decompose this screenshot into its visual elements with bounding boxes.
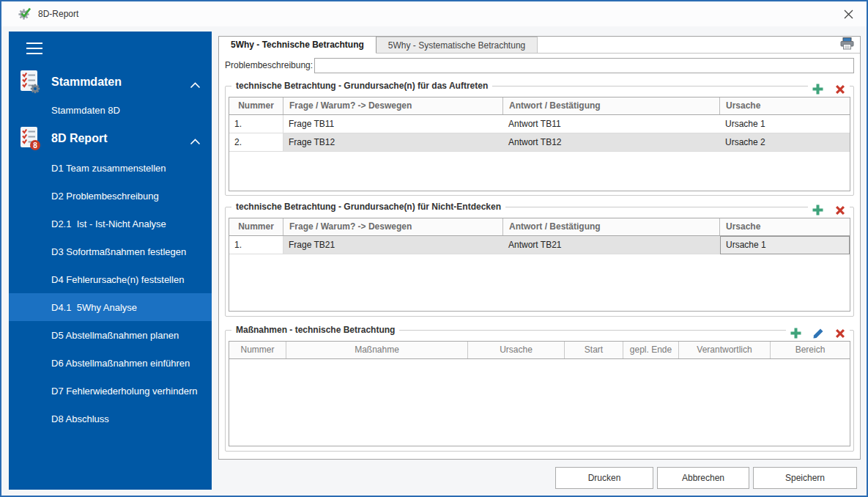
- table-row[interactable]: 2. Frage TB12 Antwort TB12 Ursache 2: [229, 133, 850, 152]
- table-row[interactable]: 1. Frage TB11 Antwort TB11 Ursache 1: [229, 115, 850, 133]
- tab-strip: 5Why - Technische Betrachtung 5Why - Sys…: [219, 37, 860, 54]
- tab-strip-rest: [538, 37, 860, 53]
- main-panel: 5Why - Technische Betrachtung 5Why - Sys…: [218, 36, 861, 460]
- table-header-row: Nummer Maßnahme Ursache Start gepl. Ende…: [229, 342, 850, 359]
- column-header[interactable]: Nummer: [229, 342, 286, 358]
- column-header[interactable]: Ursache: [468, 342, 565, 358]
- problem-description-input[interactable]: [314, 58, 854, 73]
- sidebar-item-d1[interactable]: D1 Team zusammenstellen: [9, 154, 212, 182]
- sidebar: Stammdaten Stammdaten 8D 8: [9, 32, 212, 490]
- sidebar-section-label: Stammdaten: [51, 76, 122, 89]
- sidebar-item-d6[interactable]: D6 Abstellmaßnahmen einführen: [9, 349, 212, 377]
- column-header[interactable]: Frage / Warum? -> Deswegen: [283, 218, 503, 235]
- group-nicht-entdecken-title: technische Betrachtung - Grundursache(n)…: [231, 202, 505, 212]
- column-header[interactable]: Nummer: [229, 97, 283, 114]
- column-header[interactable]: Ursache: [720, 218, 850, 235]
- menu-icon[interactable]: [26, 43, 42, 54]
- problem-description-label: Problembeschreibung:: [225, 60, 314, 70]
- sidebar-item-d4-1-selected[interactable]: D4.1 5Why Analyse: [9, 293, 212, 321]
- table-row[interactable]: 1. Frage TB21 Antwort TB21 Ursache 1: [229, 236, 850, 254]
- table-massnahmen: Nummer Maßnahme Ursache Start gepl. Ende…: [229, 341, 850, 446]
- chevron-up-icon[interactable]: [190, 78, 201, 92]
- table-header-row: Nummer Frage / Warum? -> Deswegen Antwor…: [229, 218, 850, 236]
- column-header[interactable]: Antwort / Bestätigung: [503, 218, 720, 235]
- speichern-button[interactable]: Speichern: [753, 467, 857, 489]
- drucken-button[interactable]: Drucken: [555, 467, 653, 489]
- group-auftreten-title: technische Betrachtung - Grundursache(n)…: [231, 81, 492, 91]
- tab-systematische-betrachtung[interactable]: 5Why - Systematische Betrachtung: [376, 37, 538, 53]
- chevron-up-icon[interactable]: [190, 135, 201, 148]
- group-massnahmen: Maßnahmen - technische Betrachtung Numme…: [225, 330, 854, 452]
- group-massnahmen-title: Maßnahmen - technische Betrachtung: [231, 325, 399, 335]
- button-row: Drucken Abbrechen Speichern: [555, 467, 857, 489]
- sidebar-item-d3[interactable]: D3 Sofortmaßnahmen festlegen: [9, 238, 212, 265]
- column-header[interactable]: Frage / Warum? -> Deswegen: [283, 97, 503, 114]
- delete-row-icon[interactable]: [834, 205, 846, 216]
- column-header[interactable]: Bereich: [771, 342, 850, 358]
- table-nicht-entdecken: Nummer Frage / Warum? -> Deswegen Antwor…: [229, 218, 850, 312]
- title-bar: 8D-Report: [1, 1, 867, 26]
- table-auftreten: Nummer Frage / Warum? -> Deswegen Antwor…: [229, 97, 850, 191]
- add-row-icon[interactable]: [812, 204, 824, 216]
- edit-row-icon[interactable]: [812, 328, 824, 339]
- 8d-report-icon: 8: [18, 126, 42, 151]
- column-header[interactable]: Start: [565, 342, 623, 358]
- tab-content: Problembeschreibung: technische Betracht…: [219, 54, 860, 452]
- window-title: 8D-Report: [38, 9, 78, 19]
- sidebar-item-d7[interactable]: D7 Fehlerwiederholung verhindern: [9, 377, 212, 405]
- sidebar-section-8d-report[interactable]: 8 8D Report: [9, 125, 212, 152]
- stammdaten-icon: [18, 70, 42, 95]
- column-header[interactable]: Verantwortlich: [679, 342, 771, 358]
- close-icon[interactable]: [840, 6, 856, 22]
- table-header-row: Nummer Frage / Warum? -> Deswegen Antwor…: [229, 97, 850, 115]
- delete-row-icon[interactable]: [834, 84, 846, 95]
- add-row-icon[interactable]: [790, 327, 802, 339]
- group-auftreten: technische Betrachtung - Grundursache(n)…: [225, 86, 854, 196]
- sidebar-section-stammdaten[interactable]: Stammdaten: [9, 68, 212, 96]
- column-header[interactable]: Antwort / Bestätigung: [503, 97, 720, 114]
- tab-technische-betrachtung[interactable]: 5Why - Technische Betrachtung: [219, 37, 376, 54]
- sidebar-item-d2-1[interactable]: D2.1 Ist - Ist-Nicht Analyse: [9, 210, 212, 238]
- column-header[interactable]: Ursache: [720, 97, 850, 114]
- sidebar-item-d8[interactable]: D8 Abschluss: [9, 405, 212, 432]
- svg-text:8: 8: [33, 141, 37, 150]
- add-row-icon[interactable]: [812, 83, 824, 95]
- column-header[interactable]: gepl. Ende: [623, 342, 679, 358]
- column-header[interactable]: Nummer: [229, 218, 283, 235]
- print-icon[interactable]: [840, 37, 854, 53]
- sidebar-item-d5[interactable]: D5 Abstellmaßnahmen planen: [9, 321, 212, 349]
- sidebar-item-stammdaten-8d[interactable]: Stammdaten 8D: [9, 96, 212, 124]
- sidebar-item-d2[interactable]: D2 Problembeschreibung: [9, 182, 212, 210]
- delete-row-icon[interactable]: [834, 328, 846, 339]
- app-window: 8D-Report: [0, 0, 868, 497]
- sidebar-item-d4[interactable]: D4 Fehlerursache(n) feststellen: [9, 265, 212, 293]
- app-gear-check-icon: [18, 7, 32, 21]
- sidebar-section-label: 8D Report: [51, 132, 107, 145]
- group-nicht-entdecken: technische Betrachtung - Grundursache(n)…: [225, 207, 854, 317]
- column-header[interactable]: Maßnahme: [286, 342, 468, 358]
- abbrechen-button[interactable]: Abbrechen: [657, 467, 749, 489]
